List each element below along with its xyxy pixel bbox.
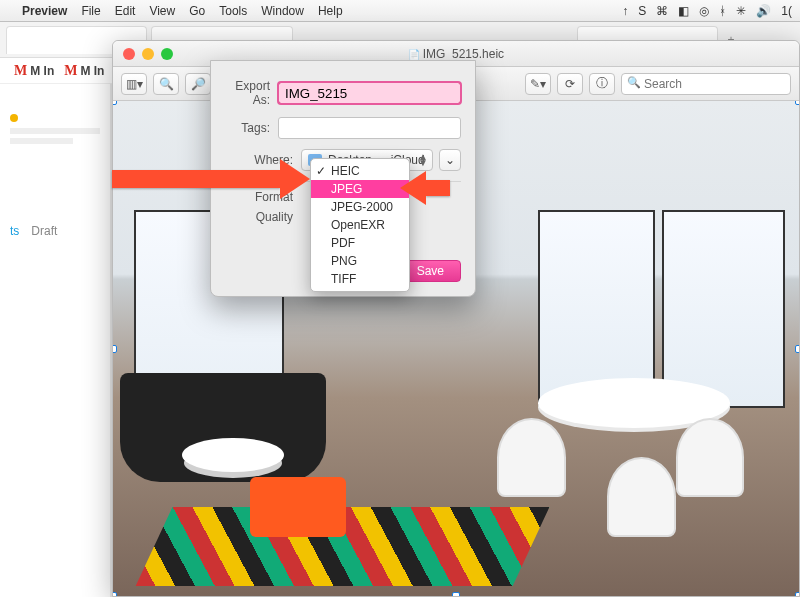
zoom-in-button[interactable]: 🔎 [185, 73, 211, 95]
volume-icon[interactable]: 🔊 [756, 4, 771, 18]
menu-window[interactable]: Window [261, 4, 304, 18]
selection-handle[interactable] [795, 592, 799, 596]
format-option-tiff[interactable]: TIFF [311, 270, 409, 288]
menu-file[interactable]: File [81, 4, 100, 18]
sidebar-toggle-button[interactable]: ▥▾ [121, 73, 147, 95]
selection-handle[interactable] [113, 101, 117, 105]
menu-help[interactable]: Help [318, 4, 343, 18]
clock[interactable]: 1( [781, 4, 792, 18]
quality-label: Quality [225, 210, 293, 224]
selection-handle[interactable] [795, 345, 799, 353]
menu-go[interactable]: Go [189, 4, 205, 18]
selection-handle[interactable] [113, 592, 117, 596]
format-option-openexr[interactable]: OpenEXR [311, 216, 409, 234]
chevron-updown-icon: ▲▼ [418, 154, 428, 166]
tags-input[interactable] [278, 117, 461, 139]
format-option-pdf[interactable]: PDF [311, 234, 409, 252]
close-icon[interactable] [123, 48, 135, 60]
highlight-button[interactable]: ✎▾ [525, 73, 551, 95]
gmail-bookmark[interactable]: MM In [64, 63, 104, 79]
format-option-jpeg[interactable]: JPEG [311, 180, 409, 198]
menu-tools[interactable]: Tools [219, 4, 247, 18]
menu-view[interactable]: View [149, 4, 175, 18]
format-option-png[interactable]: PNG [311, 252, 409, 270]
selection-handle[interactable] [452, 592, 460, 596]
zoom-out-button[interactable]: 🔍 [153, 73, 179, 95]
rotate-button[interactable]: ⟳ [557, 73, 583, 95]
menu-edit[interactable]: Edit [115, 4, 136, 18]
gmail-bookmark[interactable]: MM In [14, 63, 54, 79]
maximize-icon[interactable] [161, 48, 173, 60]
sync-icon[interactable]: ◎ [699, 4, 709, 18]
arrow-up-icon[interactable]: ↑ [622, 4, 628, 18]
annotation-arrow-left [112, 170, 280, 188]
macos-menubar: Preview File Edit View Go Tools Window H… [0, 0, 800, 22]
wifi-icon[interactable]: ✳ [736, 4, 746, 18]
search-input[interactable] [621, 73, 791, 95]
background-page: ts Draft [0, 84, 110, 597]
display-icon[interactable]: ◧ [678, 4, 689, 18]
annotation-arrow-right [426, 180, 450, 196]
toolbar-search[interactable] [621, 73, 791, 95]
export-as-label: Export As: [225, 79, 270, 107]
s-icon[interactable]: S [638, 4, 646, 18]
markup-button[interactable]: ⓘ [589, 73, 615, 95]
expand-where-button[interactable]: ⌄ [439, 149, 461, 171]
format-option-heic[interactable]: HEIC [311, 162, 409, 180]
window-title: IMG_5215.heic [113, 47, 799, 61]
selection-handle[interactable] [795, 101, 799, 105]
app-name[interactable]: Preview [22, 4, 67, 18]
tags-label: Tags: [225, 121, 270, 135]
format-dropdown[interactable]: HEIC JPEG JPEG-2000 OpenEXR PDF PNG TIFF [310, 158, 410, 292]
selection-handle[interactable] [113, 345, 117, 353]
bluetooth-icon[interactable]: ᚼ [719, 4, 726, 18]
status-icons: ↑ S ⌘ ◧ ◎ ᚼ ✳ 🔊 1( [622, 4, 792, 18]
minimize-icon[interactable] [142, 48, 154, 60]
bookmark-label: M In [30, 64, 54, 78]
bookmark-label: M In [80, 64, 104, 78]
bg-tab-active[interactable]: ts [10, 224, 19, 238]
format-option-jpeg2000[interactable]: JPEG-2000 [311, 198, 409, 216]
bg-tab-draft[interactable]: Draft [31, 224, 57, 238]
export-filename-input[interactable] [278, 82, 461, 104]
keyboard-icon[interactable]: ⌘ [656, 4, 668, 18]
